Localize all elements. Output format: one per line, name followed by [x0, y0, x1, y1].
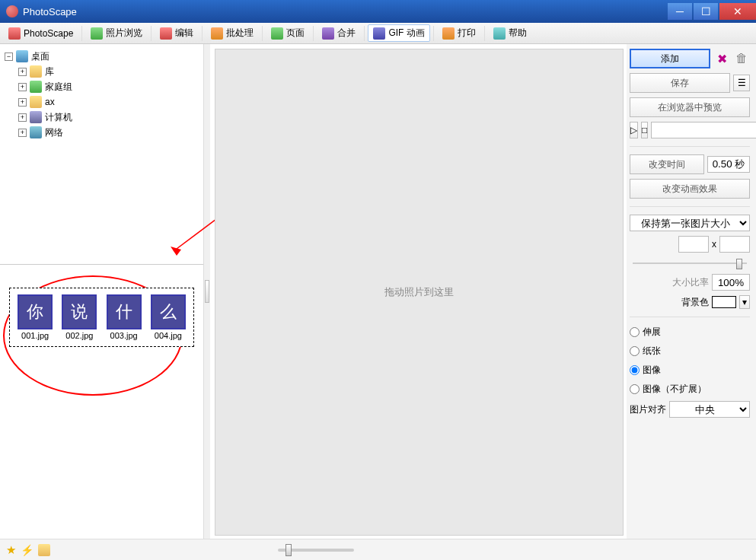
ratio-slider-thumb[interactable]	[736, 259, 742, 269]
tab-viewer[interactable]: 照片浏览	[85, 24, 148, 42]
tree-node-user[interactable]: +ax	[18, 94, 199, 110]
radio-paper[interactable]: 纸张	[630, 344, 750, 358]
size-mode-select[interactable]: 保持第一张图片大小	[630, 215, 750, 231]
save-button[interactable]: 保存	[630, 73, 730, 93]
tree-node-library[interactable]: +库	[18, 64, 199, 79]
tree-node-computer[interactable]: +计算机	[18, 110, 199, 125]
tab-label: 页面	[286, 27, 305, 40]
thumbnail-item[interactable]: 什 003.jpg	[105, 294, 143, 340]
folder-icon	[30, 65, 42, 78]
ratio-slider-track	[633, 262, 747, 264]
bgcolor-dropdown-icon[interactable]: ▾	[739, 295, 750, 309]
tab-editor[interactable]: 编辑	[155, 24, 199, 42]
delete-icon[interactable]: ✖	[713, 50, 730, 67]
page-icon	[271, 27, 283, 40]
height-field[interactable]	[719, 236, 750, 253]
radio-label: 纸张	[643, 345, 661, 358]
editor-icon	[160, 27, 172, 40]
tree-node-network[interactable]: +网络	[18, 125, 199, 140]
thumbnail-item[interactable]: 么 004.jpg	[149, 294, 187, 340]
app-icon	[6, 5, 18, 18]
time-value-field[interactable]	[707, 156, 750, 173]
tab-label: 打印	[458, 27, 476, 40]
tab-label: GIF 动画	[388, 27, 424, 40]
bgcolor-swatch[interactable]	[712, 296, 736, 308]
tree-label: 桌面	[31, 50, 49, 63]
folder-open-icon[interactable]	[38, 544, 50, 556]
align-select[interactable]: 中央	[669, 401, 750, 418]
radio-label: 图像（不扩展）	[643, 383, 707, 396]
tab-batch[interactable]: 批处理	[206, 24, 259, 42]
play-icon[interactable]: ▷	[630, 122, 638, 138]
statusbar: ★ ⚡	[0, 539, 756, 560]
tree-label: 网络	[45, 126, 63, 139]
thumbnail-panel[interactable]: 你 001.jpg 说 002.jpg 什 003.jpg 么 004.jpg	[9, 288, 194, 347]
width-field[interactable]	[678, 236, 709, 253]
expand-icon[interactable]: +	[18, 129, 27, 137]
thumbnail-image: 说	[62, 294, 97, 329]
gif-icon	[373, 27, 385, 40]
tab-page[interactable]: 页面	[266, 24, 310, 42]
clear-icon[interactable]: 🗑	[733, 50, 750, 67]
expand-icon[interactable]: +	[18, 113, 27, 122]
bgcolor-label: 背景色	[630, 296, 709, 309]
right-panel: 添加 ✖ 🗑 保存 ☰ 在浏览器中预览 ▷ □ 改变时间 改变动画效果 保持第一…	[627, 44, 756, 539]
zoom-slider[interactable]	[278, 549, 354, 552]
ratio-value-field[interactable]	[712, 274, 750, 291]
help-icon	[493, 27, 506, 40]
window-titlebar: PhotoScape ─ ☐ ✕	[0, 0, 756, 23]
list-icon[interactable]: ☰	[733, 75, 750, 91]
vertical-splitter[interactable]	[204, 44, 210, 539]
add-button[interactable]: 添加	[630, 49, 710, 68]
thumbnail-item[interactable]: 说 002.jpg	[60, 294, 98, 340]
close-button[interactable]: ✕	[719, 3, 756, 20]
tree-root[interactable]: − 桌面	[5, 49, 199, 64]
preview-browser-button[interactable]: 在浏览器中预览	[630, 97, 750, 117]
radio-image[interactable]: 图像	[630, 363, 750, 377]
tab-help[interactable]: 帮助	[488, 24, 532, 42]
action-icon[interactable]: ⚡	[21, 544, 33, 556]
homegroup-icon	[30, 81, 42, 93]
radio-label: 图像	[643, 364, 661, 377]
center-panel: 拖动照片到这里	[210, 44, 627, 539]
expand-icon[interactable]: +	[18, 83, 27, 91]
desktop-icon	[16, 50, 28, 62]
tab-print[interactable]: 打印	[437, 24, 481, 42]
folder-tree[interactable]: − 桌面 +库 +家庭组 +ax +计算机 +网络	[0, 44, 203, 265]
radio-image-noexpand[interactable]: 图像（不扩展）	[630, 382, 750, 396]
canvas-drop-area[interactable]: 拖动照片到这里	[215, 49, 624, 536]
tree-label: 库	[45, 65, 54, 78]
zoom-slider-thumb[interactable]	[285, 544, 292, 556]
tree-node-homegroup[interactable]: +家庭组	[18, 79, 199, 94]
radio-label: 伸展	[643, 326, 661, 339]
expand-icon[interactable]: +	[18, 68, 27, 76]
ratio-label: 大小比率	[630, 276, 709, 289]
viewer-icon	[91, 27, 103, 40]
tab-combine[interactable]: 合并	[317, 24, 361, 42]
change-effect-button[interactable]: 改变动画效果	[630, 179, 750, 199]
thumbnail-filename: 004.jpg	[155, 331, 182, 340]
change-time-button[interactable]: 改变时间	[630, 154, 704, 174]
print-icon	[442, 27, 455, 40]
maximize-button[interactable]: ☐	[694, 3, 718, 20]
tab-photoscape[interactable]: PhotoScape	[3, 25, 78, 42]
favorite-icon[interactable]: ★	[6, 543, 16, 557]
window-title: PhotoScape	[23, 6, 668, 18]
thumbnail-filename: 003.jpg	[110, 331, 138, 340]
tab-gif[interactable]: GIF 动画	[368, 24, 429, 42]
folder-icon	[30, 96, 42, 108]
expand-icon[interactable]: +	[18, 98, 27, 107]
progress-field[interactable]	[651, 122, 756, 138]
combine-icon	[322, 27, 334, 40]
radio-stretch[interactable]: 伸展	[630, 325, 750, 339]
stop-icon[interactable]: □	[641, 122, 648, 138]
align-label: 图片对齐	[630, 403, 666, 416]
collapse-icon[interactable]: −	[5, 52, 13, 61]
tab-label: 照片浏览	[106, 27, 142, 40]
thumbnail-image: 什	[107, 294, 142, 329]
tree-label: 家庭组	[45, 81, 72, 94]
main-toolbar: PhotoScape 照片浏览 编辑 批处理 页面 合并 GIF 动画 打印 帮…	[0, 23, 756, 44]
thumbnail-image: 么	[151, 294, 186, 329]
thumbnail-item[interactable]: 你 001.jpg	[16, 294, 54, 340]
minimize-button[interactable]: ─	[668, 3, 692, 20]
